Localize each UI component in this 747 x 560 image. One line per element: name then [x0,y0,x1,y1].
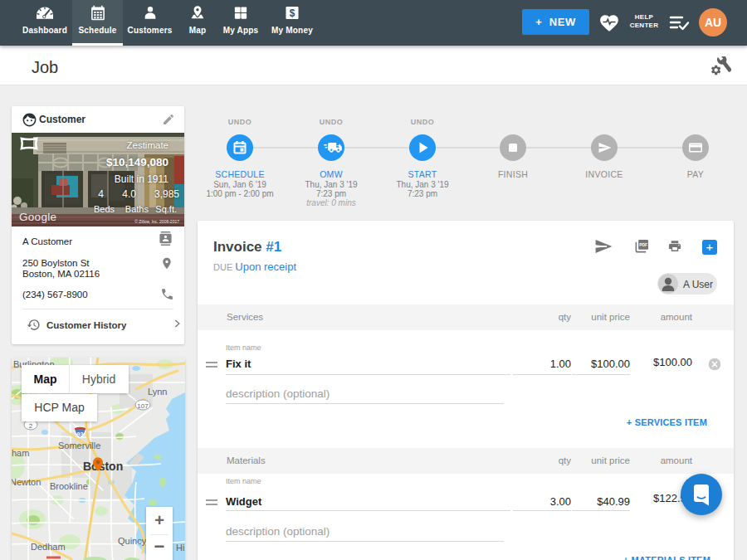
svg-text:Hi: Hi [176,543,184,553]
svg-text:Newton: Newton [12,477,41,487]
svg-text:93: 93 [77,431,84,437]
svg-text:2: 2 [29,422,33,430]
svg-text:Dedham: Dedham [31,542,66,552]
svg-text:PDF: PDF [639,243,647,247]
svg-text:Brookline: Brookline [50,481,88,491]
svg-text:ham: ham [12,448,29,458]
svg-text:Lynn: Lynn [148,387,167,397]
svg-text:$: $ [290,7,295,19]
svg-text:107: 107 [137,402,149,410]
svg-text:Quincy: Quincy [118,536,147,546]
svg-text:Somerville: Somerville [58,441,100,450]
svg-text:Boston: Boston [83,460,123,473]
